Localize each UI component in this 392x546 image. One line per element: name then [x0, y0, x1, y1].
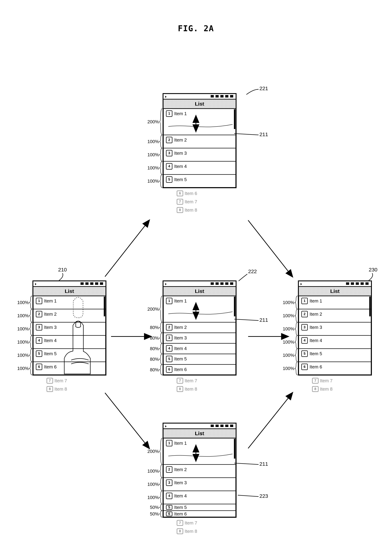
svg-line-87 [248, 393, 292, 448]
item-number: 5 [168, 357, 170, 361]
svg-text:210: 210 [58, 267, 67, 273]
svg-text:7: 7 [49, 379, 51, 383]
item-number: 1 [38, 299, 40, 303]
svg-text:Item 8: Item 8 [185, 529, 197, 534]
sound-icon [95, 282, 98, 285]
item-number: 1 [168, 441, 170, 445]
clock-icon [211, 95, 214, 98]
row-percent: 100% [148, 139, 159, 144]
item-number: 4 [168, 164, 170, 168]
scrollbar[interactable] [234, 439, 235, 459]
clock-icon [346, 282, 349, 285]
item-label: Item 1 [174, 441, 187, 446]
svg-text:8: 8 [314, 387, 316, 391]
figure-title: FIG. 2A [178, 24, 214, 33]
overflow-item: 6Item 6 [177, 191, 197, 196]
item-number: 1 [168, 299, 170, 303]
item-label: Item 5 [174, 177, 187, 182]
item-number: 2 [38, 312, 40, 316]
item-number: 6 [168, 512, 170, 516]
battery-icon [230, 425, 233, 427]
figure-2a: FIG. 2A List1Item 1200%2Item 2100%3Item … [0, 0, 392, 546]
svg-text:Item 6: Item 6 [185, 191, 197, 196]
item-number: 5 [38, 351, 40, 355]
row-percent: 100% [17, 326, 29, 332]
item-label: Item 3 [174, 480, 187, 485]
sound-icon [225, 282, 228, 285]
row-percent: 100% [17, 339, 29, 345]
item-number: 3 [168, 481, 170, 484]
phone-230: List1Item 1100%2Item 2100%3Item 3100%4It… [283, 281, 372, 392]
svg-line-85 [248, 220, 292, 277]
row-percent: 50% [150, 511, 159, 517]
item-label: Item 4 [174, 493, 187, 499]
overflow-item: 7Item 7 [47, 378, 67, 383]
item-number: 6 [38, 365, 40, 369]
svg-text:7: 7 [179, 521, 181, 525]
item-label: Item 5 [174, 356, 187, 361]
row-percent: 100% [148, 165, 159, 170]
row-percent: 50% [150, 505, 159, 510]
item-number: 2 [168, 325, 170, 329]
item-label: Item 5 [44, 351, 57, 356]
item-number: 3 [168, 151, 170, 155]
item-number: 5 [168, 505, 170, 509]
item-number: 2 [168, 468, 170, 471]
svg-text:Item 8: Item 8 [54, 386, 67, 392]
overflow-item: 8Item 8 [177, 529, 197, 534]
share-icon [90, 282, 93, 285]
item-number: 4 [168, 346, 170, 350]
svg-text:222: 222 [248, 268, 257, 274]
scrollbar[interactable] [104, 297, 105, 316]
battery-icon [100, 282, 103, 285]
svg-rect-67 [163, 423, 236, 429]
svg-text:211: 211 [259, 131, 268, 137]
item-label: Item 3 [310, 325, 322, 330]
row-percent: 100% [148, 482, 159, 487]
svg-text:223: 223 [259, 493, 268, 499]
item-number: 6 [168, 367, 170, 371]
row-percent: 100% [148, 152, 159, 157]
share-icon [356, 282, 359, 285]
battery-icon [230, 95, 233, 98]
share-icon [220, 425, 223, 427]
battery-icon [366, 282, 369, 285]
sound-icon [225, 425, 228, 427]
item-label: Item 2 [310, 312, 322, 317]
scrollbar[interactable] [369, 297, 371, 316]
row-percent: 100% [148, 178, 159, 184]
row-percent: 80% [150, 367, 159, 372]
mail-icon [216, 95, 219, 98]
row-percent: 100% [283, 300, 294, 305]
overflow-item: 8Item 8 [177, 208, 197, 213]
row-percent: 80% [150, 335, 159, 341]
scrollbar[interactable] [234, 297, 235, 316]
item-label: Item 3 [44, 325, 57, 330]
battery-icon [230, 282, 233, 285]
item-number: 3 [303, 325, 305, 329]
mail-icon [216, 282, 219, 285]
svg-text:230: 230 [369, 267, 377, 273]
clock-icon [211, 282, 214, 285]
item-number: 2 [303, 312, 305, 316]
item-label: Item 1 [310, 298, 322, 304]
row-percent: 100% [148, 468, 159, 474]
item-label: Item 2 [44, 312, 57, 317]
svg-text:Item 8: Item 8 [320, 386, 333, 392]
item-label: Item 6 [310, 364, 322, 370]
row-percent: 80% [150, 357, 159, 362]
mail-icon [351, 282, 354, 285]
svg-text:8: 8 [49, 387, 51, 391]
phone-222: List1Item 1200%2Item 280%3Item 380%4Item… [148, 281, 236, 392]
phone-221: List1Item 1200%2Item 2100%3Item 3100%4It… [148, 94, 236, 213]
item-number: 4 [168, 494, 170, 498]
svg-rect-36 [163, 281, 236, 286]
row-percent: 100% [283, 326, 294, 332]
svg-text:6: 6 [179, 191, 181, 195]
scrollbar[interactable] [234, 109, 235, 129]
item-label: Item 1 [174, 298, 187, 304]
row-percent: 80% [150, 346, 159, 351]
item-label: Item 6 [44, 364, 57, 370]
item-number: 4 [38, 338, 40, 342]
svg-rect-3 [163, 94, 236, 99]
